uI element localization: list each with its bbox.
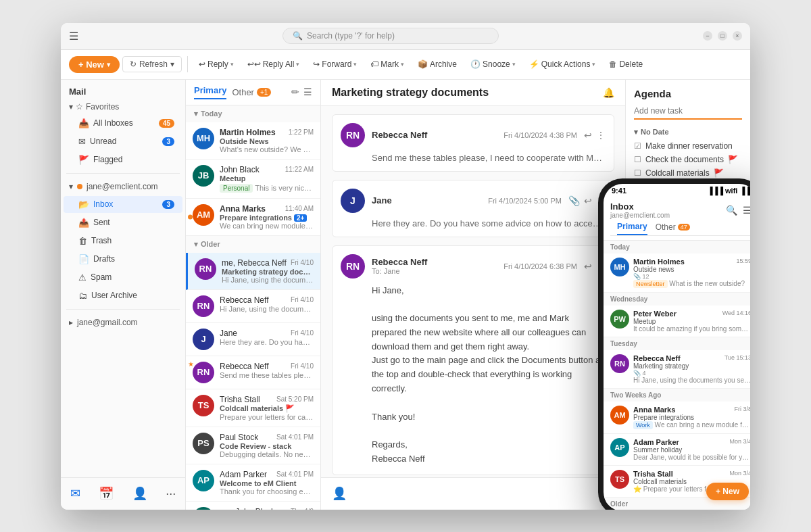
minimize-button[interactable]: − [703,31,712,41]
tab-other[interactable]: Other +1 [232,87,271,97]
sidebar-item-unread[interactable]: ✉ Unread 3 [64,133,182,150]
email-item[interactable]: PS Paul Stock Sat 4:01 PM Code Review - … [186,427,320,464]
email-item[interactable]: ★ RN Rebecca Neff Fri 4/10 Send me these… [186,356,320,389]
phone-email-item[interactable]: RN Rebecca Neff Tue 15:13 Marketing stra… [604,350,750,389]
sidebar-item-user-archive[interactable]: 🗂 User Archive [64,287,182,304]
phone-email-item[interactable]: PW Peter Weber Wed 14:16 Meetup It could… [604,306,750,337]
reply-icon[interactable]: ↩ [584,261,592,272]
conversation-actions-icon[interactable]: 🔔 [603,87,614,98]
email-item[interactable]: JB me, John Black Thu 4/9 Reports Hi Jan… [186,502,320,510]
phone-overlay: 9:41 ▐▐▐ wifi ▐▐ Inbox jane@emclient.com… [598,178,750,510]
hamburger-icon[interactable]: ☰ [69,30,78,43]
agenda-item: ☑ Make dinner reservation [634,139,742,153]
refresh-button[interactable]: ↻ Refresh ▾ [122,56,182,72]
nav-more-button[interactable]: ··· [160,481,181,506]
tab-primary[interactable]: Primary [194,85,226,99]
phone-filter-icon[interactable]: ☰ [743,205,750,216]
thread-msg-header: RN Rebecca Neff Fri 4/10/2024 4:38 PM ↩ … [341,123,606,147]
unread-label: Unread [90,137,116,146]
snooze-button[interactable]: 🕐 Snooze ▾ [465,57,521,72]
avatar: RN [193,295,214,317]
section-today-collapse[interactable]: ▾ [194,110,198,118]
email-content: Adam Parker Sat 4:01 PM Welcome to eM Cl… [220,470,314,495]
agenda-section-header[interactable]: ▾ No Date [634,128,742,137]
phone-time: Mon 3/4 [729,438,750,446]
contact-icon[interactable]: 👤 [332,486,347,501]
email-item[interactable]: AP Adam Parker Sat 4:01 PM Welcome to eM… [186,464,320,502]
email-content: Trisha Stall Sat 5:20 PM Coldcall materi… [220,395,314,421]
email-item[interactable]: MH Martin Holmes 1:22 PM Outside News Wh… [186,122,320,160]
sender-name: Martin Holmes [220,128,276,137]
mark-button[interactable]: 🏷 Mark ▾ [365,57,410,72]
email-time: Sat 4:01 PM [276,470,314,478]
quick-actions-button[interactable]: ⚡ Quick Actions ▾ [524,57,601,72]
check-icon: ☐ [634,155,641,164]
sidebar-item-trash[interactable]: 🗑 Trash [64,233,182,249]
sender-name: Anna Marks [220,204,266,214]
email-content-pane: Marketing strategy documents 🔔 RN Rebecc… [321,80,625,510]
reply-icon[interactable]: ↩ [584,130,592,141]
sidebar-item-all-inboxes[interactable]: 📥 All Inboxes 45 [64,115,182,132]
avatar: PS [193,433,214,454]
nav-calendar-button[interactable]: 📅 [93,481,119,506]
email-time: 11:22 AM [285,166,314,173]
section-older-collapse[interactable]: ▾ [194,240,198,249]
account1-header[interactable]: ▾ jane@emclient.com [61,178,185,195]
sent-label: Sent [93,218,110,227]
filter-icon[interactable]: ☰ [303,87,312,97]
new-button[interactable]: + New ▾ [69,56,120,73]
phone-preview: Hi Jane, using the documents you send, I… [633,377,750,384]
email-preview: Debugging details. No need to reply. [220,450,314,458]
phone-search-icon[interactable]: 🔍 [726,205,737,216]
email-item[interactable]: TS Trisha Stall Sat 5:20 PM Coldcall mat… [186,389,320,427]
phone-new-button[interactable]: + New [706,483,749,500]
window-controls: − □ × [703,31,742,41]
quick-actions-icon: ⚡ [529,59,539,69]
phone-tab-other-label: Other [656,222,676,232]
maximize-button[interactable]: □ [718,31,727,41]
email-item[interactable]: RN me, Rebecca Neff Fri 4/10 Marketing s… [186,253,320,290]
phone-header: Inbox jane@emclient.com 🔍 ☰ Primary Othe… [604,197,750,241]
phone-sender: Rebecca Neff [633,354,681,362]
agenda-item-text: Make dinner reservation [645,141,733,151]
phone-email-item[interactable]: MH Martin Holmes 15:59 Outside news 📎 12… [604,253,750,293]
more-icon[interactable]: ⋮ [596,130,606,141]
email-item[interactable]: AM Anna Marks 11:40 AM Prepare integrati… [186,199,320,236]
section-older-label: Older [201,240,220,248]
reply-all-button[interactable]: ↩↩ Reply All ▾ [242,57,305,72]
search-bar[interactable]: 🔍 Search (type '?' for help) [282,28,499,44]
nav-mail-button[interactable]: ✉ [65,481,86,506]
sidebar-item-spam[interactable]: ⚠ Spam [64,269,182,286]
sidebar-item-inbox[interactable]: 📂 Inbox 3 [64,196,182,213]
tab-other-label: Other [232,87,254,97]
phone-tab-other[interactable]: Other 47 [656,222,690,235]
reply-icon[interactable]: ↩ [584,195,592,206]
sender-name: Rebecca Neff [220,362,269,371]
email-item[interactable]: RN Rebecca Neff Fri 4/10 Hi Jane, using … [186,290,320,323]
forward-caret: ▾ [353,61,357,68]
phone-tab-primary[interactable]: Primary [617,222,647,235]
sidebar-item-sent[interactable]: 📤 Sent [64,214,182,231]
phone-email-item[interactable]: AP Adam Parker Mon 3/4 Summer holiday De… [604,434,750,466]
reply-button[interactable]: ↩ Reply ▾ [193,57,239,72]
close-button[interactable]: × [733,31,742,41]
nav-contacts-button[interactable]: 👤 [127,481,153,506]
add-task-input[interactable] [634,103,742,120]
compose-icon[interactable]: ✏ [291,87,299,97]
email-item[interactable]: J Jane Fri 4/10 Here they are. Do you ha… [186,323,320,356]
account2-header[interactable]: ▸ jane@gmail.com [61,314,185,331]
section-today-label: Today [201,110,222,118]
reply-all-caret: ▾ [296,61,299,68]
phone-email-item[interactable]: AM Anna Marks Fri 3/8 Prepare integratio… [604,402,750,434]
email-item[interactable]: JB John Black 11:22 AM Meetup Personal T… [186,160,320,199]
archive-button[interactable]: 📦 Archive [412,57,462,72]
favorites-group[interactable]: ▾ ☆ Favorites [61,99,185,114]
forward-button[interactable]: ↪ Forward ▾ [308,57,362,72]
email-content: Martin Holmes 1:22 PM Outside News What'… [220,128,314,153]
drafts-label: Drafts [93,254,115,264]
sidebar-item-drafts[interactable]: 📄 Drafts [64,251,182,268]
phone-avatar: RN [610,354,629,373]
delete-button[interactable]: 🗑 Delete [604,57,648,72]
sidebar-item-flagged[interactable]: 🚩 Flagged [64,151,182,168]
unread-icon: ✉ [78,137,86,147]
